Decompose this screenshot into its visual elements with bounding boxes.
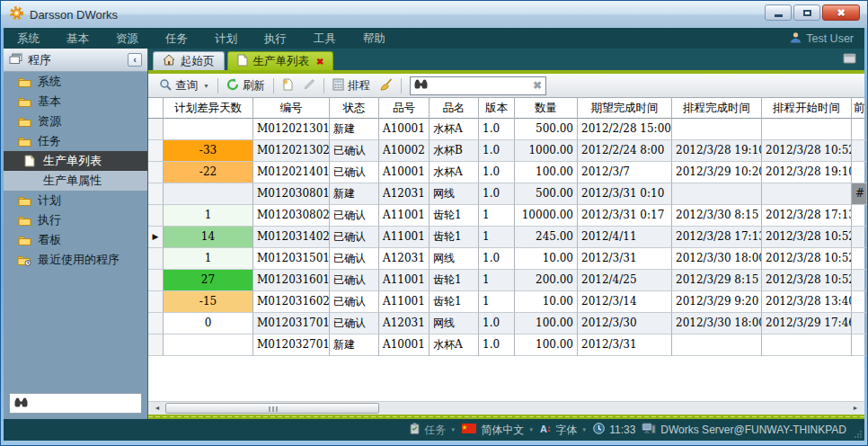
cell-sched_finish: 2012/3/30 18:00 [672,248,762,270]
cell-sched_finish [672,334,762,356]
sidebar-item-label: 计划 [38,192,61,209]
scrollbar-thumb[interactable] [165,403,379,414]
query-button[interactable]: 查询 ▼ [155,76,214,95]
column-header-sched_start[interactable]: 排程开始时间 [762,98,852,119]
folder-icon [17,215,31,226]
column-header-item_name[interactable]: 品名 [430,98,479,119]
column-header-sched_finish[interactable]: 排程完成时间 [672,98,762,119]
sidebar-item-label: 资源 [38,113,61,129]
column-header-expect_finish[interactable]: 期望完成时间 [578,98,672,119]
close-button[interactable]: ✖ [822,4,860,21]
cell-item_name: 网线 [430,183,479,205]
toolbar-separator [323,78,324,94]
menu-item-帮助[interactable]: 帮助 [350,28,399,49]
column-header-order_no[interactable]: 编号 [253,98,330,119]
table-row[interactable]: -33M012021302已确认A10002水杯B1.01000.002012/… [148,140,864,162]
cell-sched_finish: 2012/3/28 17:13 [672,227,762,248]
table-row[interactable]: -22M012021401已确认A10001水杯A1.0100.002012/3… [148,162,864,183]
cell-order_no: M012032701 [253,334,330,356]
menu-item-工具[interactable]: 工具 [300,28,350,49]
horizontal-scrollbar[interactable]: ◄ ► [148,401,864,415]
window-pin-icon[interactable] [843,53,856,67]
column-header-diff[interactable]: 计划差异天数 [164,98,253,119]
scroll-right-icon[interactable]: ► [848,402,863,415]
cell-diff: -15 [164,291,253,313]
table-row[interactable]: M012021301新建A10001水杯A1.0500.002012/2/28 … [148,119,864,140]
server-name: DWorks Server@FUNWAY-THINKPAD [660,424,846,436]
menu-item-执行[interactable]: 执行 [251,28,300,49]
cell-qty: 500.00 [515,183,578,205]
column-header-version[interactable]: 版本 [479,98,515,119]
table-row[interactable]: 1M012030802已确认A11001齿轮1110000.002012/3/3… [148,205,864,227]
language-menu[interactable]: 简体中文 ▼ [462,423,534,438]
resize-grip-icon[interactable] [854,430,862,438]
table-row[interactable]: 27M012031601已确认A11001齿轮11200.002012/4/25… [148,270,864,291]
clear-search-icon[interactable]: ✖ [533,79,542,92]
close-icon: ✖ [837,7,845,19]
cell-expect_finish: 2012/3/31 [578,334,672,356]
sidebar-item-最近使用的程序[interactable]: 最近使用的程序 [4,250,147,270]
sidebar-item-任务[interactable]: 任务 [4,131,147,151]
sidebar-item-系统[interactable]: 系统 [4,72,147,92]
toolbar-search-input[interactable] [431,78,529,93]
column-header-item_no[interactable]: 品号 [379,98,430,119]
sidebar-item-生产单属性[interactable]: 生产单属性 [4,171,147,191]
table-row[interactable]: 0M012031701已确认A12031网线1.0100.002012/3/30… [148,313,864,334]
table-row[interactable]: -15M012031602已确认A11001齿轮1110.002012/3/14… [148,291,864,313]
column-header-status[interactable]: 状态 [330,98,379,119]
menu-item-基本[interactable]: 基本 [53,28,102,49]
column-header-overflow[interactable]: 前 [852,98,867,119]
cell-sched_start: 2012/3/28 10:52 [762,270,852,291]
cell-item_name: 齿轮1 [430,270,479,291]
clean-button[interactable] [375,76,397,95]
task-menu[interactable]: 任务 ▼ [410,423,456,438]
schedule-label: 排程 [348,78,370,94]
menu-item-任务[interactable]: 任务 [152,28,201,49]
pencil-icon [303,78,315,94]
sidebar-item-label: 生产单属性 [43,173,102,189]
cell-item_name: 网线 [430,248,479,270]
menu-items: 系统基本资源任务计划执行工具帮助 [4,28,399,49]
table-row[interactable]: M012030801新建A12031网线1.0500.002012/3/31 0… [148,183,864,205]
refresh-button[interactable]: 刷新 [222,76,270,95]
cell-expect_finish: 2012/4/25 [578,270,672,291]
edit-button[interactable] [298,76,320,95]
table-row[interactable]: 1M012031501已确认A12031网线1.010.002012/3/312… [148,248,864,270]
sidebar-collapse-button[interactable]: ‹ [128,53,142,67]
cell-sched_start: 2012/3/28 10:52 [762,248,852,270]
menu-item-系统[interactable]: 系统 [4,28,53,49]
maximize-button[interactable] [793,4,820,21]
scroll-left-icon[interactable]: ◄ [150,402,164,415]
sidebar-item-生产单列表[interactable]: 生产单列表 [4,151,147,171]
folder-icon [17,76,31,87]
minimize-button[interactable] [765,4,792,21]
table-row[interactable]: ▶14M012031402已确认A11001齿轮11245.002012/4/1… [148,227,864,248]
row-indicator-cell [148,313,164,334]
cell-overflow [852,334,867,356]
new-button[interactable] [278,76,298,95]
sidebar-item-基本[interactable]: 基本 [4,92,147,112]
sidebar: 程序 ‹ 系统基本资源任务生产单列表生产单属性计划执行看板最近使用的程序 ✖ [4,49,147,419]
cell-expect_finish: 2012/3/30 [578,313,672,334]
sidebar-item-label: 系统 [38,74,61,90]
sidebar-item-看板[interactable]: 看板 [4,230,147,250]
tab-close-icon[interactable]: ✖ [316,57,323,67]
menu-item-资源[interactable]: 资源 [102,28,152,49]
schedule-button[interactable]: 排程 [328,76,375,95]
tab-起始页[interactable]: 起始页 [153,51,225,70]
menu-item-计划[interactable]: 计划 [201,28,251,49]
cell-overflow [852,227,867,248]
user-area[interactable]: Test User [790,31,864,46]
sidebar-item-资源[interactable]: 资源 [4,112,147,131]
column-header-qty[interactable]: 数量 [515,98,578,119]
programs-icon [9,53,22,67]
table-row[interactable]: M012032701新建A10001水杯A1.0100.002012/3/31 [148,334,864,356]
sidebar-item-执行[interactable]: 执行 [4,210,147,230]
cell-item_no: A11001 [379,227,430,248]
tab-生产单列表[interactable]: 生产单列表✖ [227,51,334,70]
cell-diff: -22 [164,162,253,183]
cell-expect_finish: 2012/2/28 15:00 [578,119,672,140]
font-menu[interactable]: A 字体 ▼ [540,423,587,438]
cell-item_name: 网线 [430,313,479,334]
sidebar-item-计划[interactable]: 计划 [4,191,147,210]
